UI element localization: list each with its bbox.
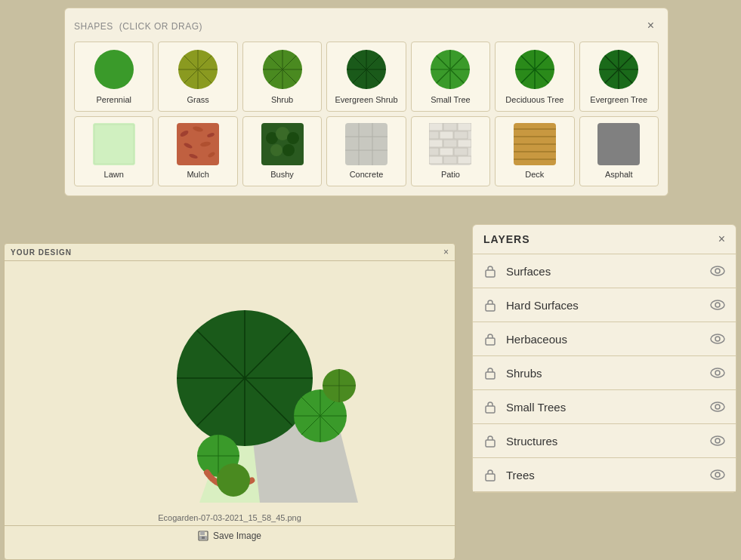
svg-point-101 — [715, 269, 720, 273]
svg-point-109 — [711, 368, 724, 377]
eye-icon[interactable] — [710, 467, 725, 482]
svg-rect-99 — [486, 270, 495, 277]
svg-point-119 — [715, 472, 720, 477]
garden-scene — [86, 269, 373, 503]
svg-point-112 — [711, 402, 724, 411]
small-tree-icon — [429, 48, 471, 91]
layers-panel: LAYERS × Surfaces Hard Surfaces Herbaceo… — [472, 224, 736, 493]
layer-item-herbaceous[interactable]: Herbaceous — [473, 322, 736, 356]
eye-icon[interactable] — [710, 433, 725, 448]
design-footer: Save Image — [5, 525, 455, 546]
svg-rect-105 — [486, 338, 495, 345]
shrub-icon — [261, 48, 304, 91]
svg-rect-74 — [597, 123, 640, 165]
svg-point-113 — [715, 405, 720, 409]
shape-asphalt[interactable]: Asphalt — [579, 116, 659, 186]
shape-bushy[interactable]: Bushy — [242, 116, 322, 186]
shape-small-tree[interactable]: Small Tree — [411, 42, 490, 112]
layer-item-surfaces[interactable]: Surfaces — [473, 254, 736, 288]
asphalt-label: Asphalt — [605, 170, 633, 180]
svg-point-44 — [287, 132, 299, 144]
svg-rect-53 — [429, 123, 443, 131]
save-image-label: Save Image — [213, 531, 261, 541]
shape-grass[interactable]: Grass — [158, 42, 237, 112]
shapes-close-button[interactable]: × — [643, 17, 659, 34]
layer-item-structures[interactable]: Structures — [473, 424, 736, 458]
svg-rect-55 — [458, 123, 471, 131]
shape-deck[interactable]: Deck — [495, 116, 574, 186]
svg-rect-60 — [443, 140, 457, 147]
shape-evergreen-shrub[interactable]: Evergreen Shrub — [326, 42, 406, 112]
svg-rect-65 — [429, 156, 443, 164]
save-image-button[interactable]: Save Image — [198, 531, 261, 541]
shape-concrete[interactable]: Concrete — [326, 116, 406, 186]
mulch-icon — [177, 123, 219, 165]
svg-rect-98 — [202, 537, 205, 539]
shape-deciduous-tree[interactable]: Deciduous Tree — [495, 42, 574, 112]
design-panel-close-button[interactable]: × — [443, 247, 449, 257]
shape-mulch[interactable]: Mulch — [158, 116, 237, 186]
eye-icon[interactable] — [710, 365, 725, 380]
svg-rect-64 — [454, 148, 468, 155]
layers-title: LAYERS — [483, 233, 530, 245]
svg-rect-62 — [429, 148, 439, 155]
shapes-panel: SHAPES (CLICK OR DRAG) × Perennial — [64, 8, 668, 196]
layer-name-herbaceous: Herbaceous — [506, 333, 710, 346]
layer-item-hard-surfaces[interactable]: Hard Surfaces — [473, 288, 736, 322]
lock-icon — [483, 400, 497, 414]
svg-rect-67 — [458, 156, 471, 164]
perennial-icon — [93, 48, 135, 91]
svg-rect-61 — [458, 140, 471, 147]
asphalt-icon — [597, 123, 640, 165]
svg-rect-56 — [429, 131, 439, 139]
shape-evergreen-tree[interactable]: Evergreen Tree — [579, 42, 659, 112]
shape-perennial[interactable]: Perennial — [74, 42, 153, 112]
layer-name-structures: Structures — [506, 435, 710, 448]
layer-name-small-trees: Small Trees — [506, 401, 710, 414]
layers-close-button[interactable]: × — [718, 232, 725, 246]
svg-point-116 — [715, 438, 720, 443]
svg-rect-59 — [429, 140, 443, 147]
svg-rect-58 — [454, 131, 468, 139]
shape-lawn[interactable]: Lawn — [74, 116, 153, 186]
deck-label: Deck — [525, 170, 544, 180]
deciduous-tree-label: Deciduous Tree — [505, 95, 563, 105]
perennial-label: Perennial — [96, 95, 131, 105]
design-panel-header: YOUR DESIGN × — [5, 244, 455, 261]
svg-rect-117 — [486, 474, 495, 481]
shape-patio[interactable]: Patio — [411, 116, 490, 186]
eye-icon[interactable] — [710, 399, 725, 414]
svg-point-104 — [715, 303, 720, 307]
evergreen-tree-icon — [597, 48, 640, 91]
lock-icon — [483, 298, 497, 312]
eye-icon[interactable] — [710, 263, 725, 278]
bushy-icon — [261, 123, 304, 165]
shape-shrub[interactable]: Shrub — [242, 42, 322, 112]
mulch-label: Mulch — [187, 170, 208, 180]
design-panel-title: YOUR DESIGN — [11, 248, 72, 257]
svg-rect-57 — [440, 131, 453, 139]
svg-point-0 — [94, 50, 134, 89]
lock-icon — [483, 332, 497, 346]
svg-point-107 — [715, 337, 720, 341]
layer-name-shrubs: Shrubs — [506, 367, 710, 380]
svg-point-45 — [270, 144, 283, 156]
svg-rect-63 — [440, 148, 453, 155]
eye-icon[interactable] — [710, 297, 725, 312]
shapes-title: SHAPES (CLICK OR DRAG) — [74, 20, 202, 32]
layer-name-trees: Trees — [506, 469, 710, 482]
lock-icon — [483, 468, 497, 482]
eye-icon[interactable] — [710, 331, 725, 346]
layer-item-small-trees[interactable]: Small Trees — [473, 390, 736, 424]
design-panel: YOUR DESIGN × — [4, 243, 455, 560]
bushy-label: Bushy — [270, 170, 294, 180]
design-filename: Ecogarden-07-03-2021_15_58_45.png — [5, 510, 455, 525]
svg-rect-54 — [443, 123, 457, 131]
svg-rect-108 — [486, 372, 495, 379]
grass-icon — [177, 48, 219, 91]
layer-item-shrubs[interactable]: Shrubs — [473, 356, 736, 390]
svg-rect-114 — [486, 440, 495, 447]
save-icon — [198, 531, 208, 541]
layer-item-trees[interactable]: Trees — [473, 458, 736, 492]
svg-point-106 — [711, 334, 724, 343]
